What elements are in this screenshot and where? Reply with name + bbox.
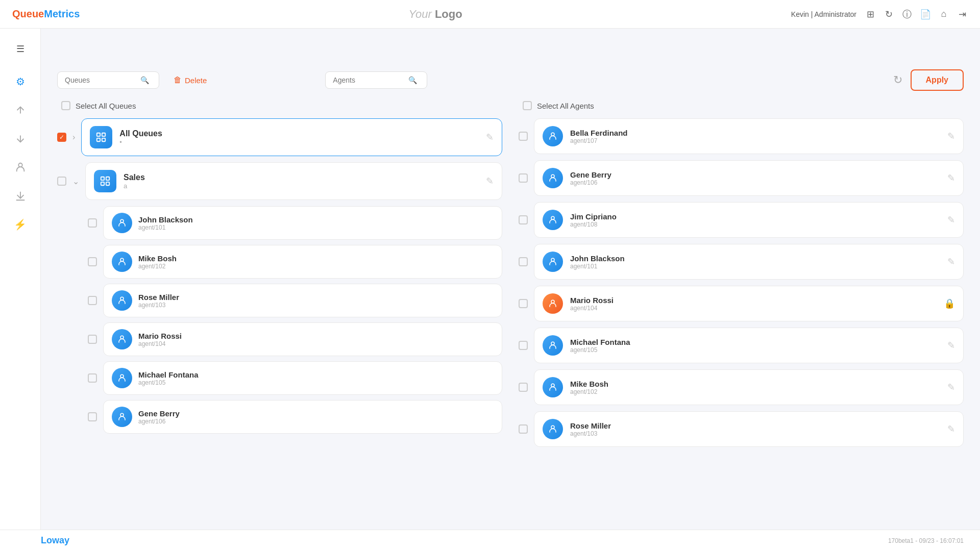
sidebar-item-user[interactable] (8, 155, 33, 180)
agent-right-card-5[interactable]: Michael Fontana agent/105 ✎ (534, 328, 964, 363)
sub-agent-name-1: Mike Bosh (138, 254, 494, 263)
agent-info-7: Rose Miller agent/103 (570, 421, 940, 437)
sub-agent-checkbox-0[interactable] (88, 218, 97, 228)
grid-icon[interactable]: ⊞ (865, 9, 876, 20)
sub-agent-id-1: agent/102 (138, 263, 494, 270)
svg-rect-8 (106, 182, 109, 185)
document-icon[interactable]: 📄 (920, 9, 931, 20)
svg-rect-1 (97, 133, 100, 136)
agent-right-card-4[interactable]: Mario Rossi agent/104 🔒 (534, 286, 964, 321)
user-info: Kevin | Administrator (791, 10, 856, 18)
sub-agent-name-4: Michael Fontana (138, 370, 494, 379)
queue-checkbox-all[interactable]: ✓ (57, 133, 66, 142)
agent-edit-icon-5[interactable]: ✎ (947, 340, 955, 351)
sub-agent-checkbox-1[interactable] (88, 257, 97, 266)
queue-sub-all: • (119, 138, 479, 146)
agent-right-card-0[interactable]: Bella Ferdinand agent/107 ✎ (534, 118, 964, 154)
sub-agent-id-5: agent/106 (138, 418, 494, 425)
agents-search-box[interactable]: 🔍 (325, 71, 427, 89)
queue-chevron-all[interactable]: › (72, 133, 75, 142)
agents-search-input[interactable] (333, 76, 404, 84)
svg-point-21 (551, 384, 554, 387)
svg-point-15 (551, 133, 554, 136)
agent-edit-icon-7[interactable]: ✎ (947, 423, 955, 435)
sub-agent-info-5: Gene Berry agent/106 (138, 409, 494, 425)
svg-rect-2 (102, 133, 105, 136)
sub-agent-card-0[interactable]: John Blackson agent/101 (103, 206, 502, 240)
sub-agent-avatar-1 (112, 252, 132, 272)
sub-agent-row-1: Mike Bosh agent/102 (88, 245, 502, 279)
select-all-queues-label[interactable]: Select All Queues (76, 102, 136, 110)
agent-edit-icon-1[interactable]: ✎ (947, 172, 955, 184)
agent-avatar-3 (543, 252, 563, 272)
header-icons: ⊞ ↻ ⓘ 📄 ⌂ ⇥ (865, 9, 968, 20)
queue-info-all: All Queues • (119, 129, 479, 146)
refresh-button[interactable]: ↻ (893, 73, 902, 87)
sub-agent-card-5[interactable]: Gene Berry agent/106 (103, 400, 502, 434)
sub-agent-info-4: Michael Fontana agent/105 (138, 370, 494, 386)
delete-button[interactable]: 🗑 Delete (167, 71, 213, 89)
agent-right-card-7[interactable]: Rose Miller agent/103 ✎ (534, 411, 964, 447)
agent-edit-icon-3[interactable]: ✎ (947, 256, 955, 267)
sub-agent-avatar-4 (112, 368, 132, 388)
sidebar-item-flash[interactable]: ⚡ (8, 212, 33, 237)
agent-name-7: Rose Miller (570, 421, 940, 430)
queue-card-sales[interactable]: Sales a ✎ (85, 162, 502, 200)
logout-icon[interactable]: ⇥ (957, 9, 968, 20)
select-all-queues-checkbox[interactable] (61, 101, 70, 110)
agent-lock-icon-4[interactable]: 🔒 (944, 298, 955, 309)
apply-button[interactable]: Apply (911, 69, 964, 91)
sidebar-item-upload[interactable] (8, 98, 33, 122)
agent-edit-icon-0[interactable]: ✎ (947, 131, 955, 142)
queue-checkbox-sales[interactable] (57, 177, 66, 186)
agent-checkbox-7[interactable] (519, 424, 528, 434)
agent-checkbox-1[interactable] (519, 173, 528, 183)
queues-search-input[interactable] (65, 76, 136, 84)
agent-checkbox-4[interactable] (519, 299, 528, 308)
agent-info-5: Michael Fontana agent/105 (570, 338, 940, 354)
svg-point-22 (551, 425, 554, 429)
agent-id-2: agent/108 (570, 221, 940, 228)
sidebar-item-download[interactable] (8, 127, 33, 151)
sub-agent-checkbox-5[interactable] (88, 412, 97, 421)
sidebar-hamburger[interactable]: ☰ (8, 37, 33, 61)
sub-agent-checkbox-3[interactable] (88, 335, 97, 344)
agent-checkbox-5[interactable] (519, 341, 528, 350)
agent-info-1: Gene Berry agent/106 (570, 170, 940, 186)
queue-edit-icon-all[interactable]: ✎ (486, 132, 494, 143)
sub-agent-card-1[interactable]: Mike Bosh agent/102 (103, 245, 502, 279)
sub-agent-info-2: Rose Miller agent/103 (138, 293, 494, 309)
queue-edit-icon-sales[interactable]: ✎ (486, 176, 494, 187)
header-center: Your Logo (408, 8, 462, 21)
sidebar-item-export[interactable] (8, 184, 33, 208)
select-all-agents-label[interactable]: Select All Agents (537, 102, 594, 110)
queue-avatar-sales (94, 170, 116, 192)
sub-agent-checkbox-2[interactable] (88, 296, 97, 305)
agent-row-7: Rose Miller agent/103 ✎ (519, 411, 964, 447)
queues-search-box[interactable]: 🔍 (57, 71, 159, 89)
queue-card-all[interactable]: All Queues • ✎ (81, 118, 502, 156)
agent-checkbox-2[interactable] (519, 215, 528, 224)
agent-checkbox-3[interactable] (519, 257, 528, 266)
svg-point-10 (120, 258, 124, 261)
agent-checkbox-6[interactable] (519, 383, 528, 392)
info-icon[interactable]: ⓘ (901, 9, 913, 20)
agent-checkbox-0[interactable] (519, 132, 528, 141)
refresh-icon[interactable]: ↻ (883, 9, 894, 20)
agent-right-card-6[interactable]: Mike Bosh agent/102 ✎ (534, 369, 964, 405)
agent-edit-icon-2[interactable]: ✎ (947, 214, 955, 226)
sub-agent-card-4[interactable]: Michael Fontana agent/105 (103, 361, 502, 395)
sub-agent-checkbox-4[interactable] (88, 373, 97, 383)
sub-agent-card-2[interactable]: Rose Miller agent/103 (103, 284, 502, 317)
agent-right-card-1[interactable]: Gene Berry agent/106 ✎ (534, 160, 964, 196)
select-all-agents-checkbox[interactable] (523, 101, 532, 110)
agent-right-card-3[interactable]: John Blackson agent/101 ✎ (534, 244, 964, 280)
home-icon[interactable]: ⌂ (938, 9, 949, 20)
sub-agent-avatar-5 (112, 407, 132, 427)
main-toolbar: 🔍 🗑 Delete 🔍 ↻ Apply (57, 69, 964, 91)
agent-right-card-2[interactable]: Jim Cipriano agent/108 ✎ (534, 202, 964, 238)
sub-agent-card-3[interactable]: Mario Rossi agent/104 (103, 322, 502, 356)
sidebar-item-settings[interactable]: ⚙ (8, 69, 33, 94)
queue-chevron-sales[interactable]: ⌄ (72, 177, 79, 186)
agent-edit-icon-6[interactable]: ✎ (947, 382, 955, 393)
